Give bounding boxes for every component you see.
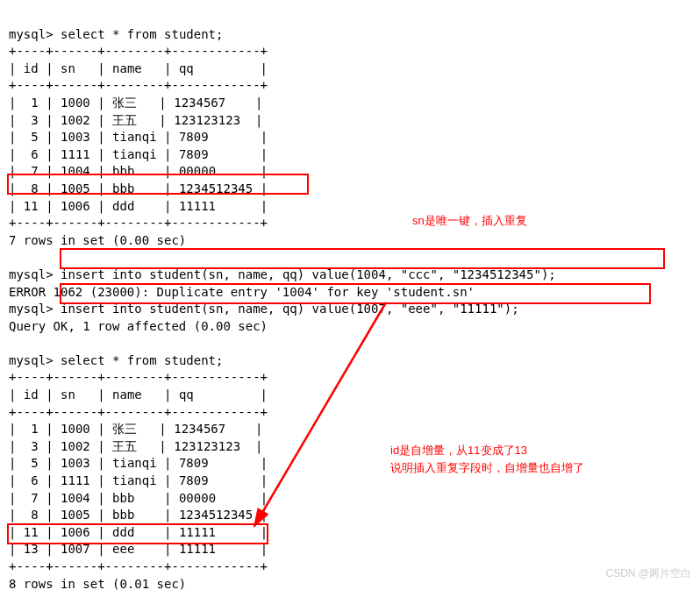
prompt: mysql> insert into student(sn, name, qq)… [9,302,519,316]
table-row: | 3 | 1002 | 王五 | 123123123 | [9,439,262,453]
table-divider: +----+------+--------+------------+ [9,44,268,58]
table-row: | 11 | 1006 | ddd | 11111 | [9,199,268,213]
table-divider: +----+------+--------+------------+ [9,559,268,573]
terminal-output: mysql> select * from student; +----+----… [9,9,691,590]
table-row: | 5 | 1003 | tianqi | 7809 | [9,456,268,470]
prompt: mysql> select * from student; [9,27,223,41]
table-row: | 13 | 1007 | eee | 11111 | [9,542,268,556]
table-row: | 8 | 1005 | bbb | 1234512345 | [9,181,268,195]
table-row: | 7 | 1004 | bbb | 00000 | [9,164,268,178]
watermark: CSDN @两片空白 [605,566,691,581]
table-row: | 1 | 1000 | 张三 | 1234567 | [9,96,262,110]
table-row: | 6 | 1111 | tianqi | 7809 | [9,147,268,161]
table-divider: +----+------+--------+------------+ [9,216,268,230]
table-row: | 11 | 1006 | ddd | 11111 | [9,525,268,539]
table-row: | 6 | 1111 | tianqi | 7809 | [9,473,268,487]
table-divider: +----+------+--------+------------+ [9,405,268,419]
table-divider: +----+------+--------+------------+ [9,370,268,384]
table-header: | id | sn | name | qq | [9,61,268,75]
result-footer: 8 rows in set (0.01 sec) [9,577,186,590]
prompt: mysql> insert into student(sn, name, qq)… [9,267,556,281]
table-row: | 1 | 1000 | 张三 | 1234567 | [9,422,262,436]
table-row: | 3 | 1002 | 王五 | 123123123 | [9,113,262,127]
annotation-note1: sn是唯一键，插入重复 [412,213,527,229]
table-row: | 5 | 1003 | tianqi | 7809 | [9,130,268,144]
prompt: mysql> select * from student; [9,353,223,367]
annotation-note2-line1: id是自增量，从11变成了13 [390,443,527,458]
table-row: | 8 | 1005 | bbb | 1234512345 | [9,508,268,522]
annotation-note2-line2: 说明插入重复字段时，自增量也自增了 [390,460,584,476]
table-header: | id | sn | name | qq | [9,387,268,402]
error-output: ERROR 1062 (23000): Duplicate entry '100… [9,285,475,299]
table-divider: +----+------+--------+------------+ [9,78,268,92]
result-footer: 7 rows in set (0.00 sec) [9,233,186,247]
ok-output: Query OK, 1 row affected (0.00 sec) [9,319,268,333]
table-row: | 7 | 1004 | bbb | 00000 | [9,491,268,505]
